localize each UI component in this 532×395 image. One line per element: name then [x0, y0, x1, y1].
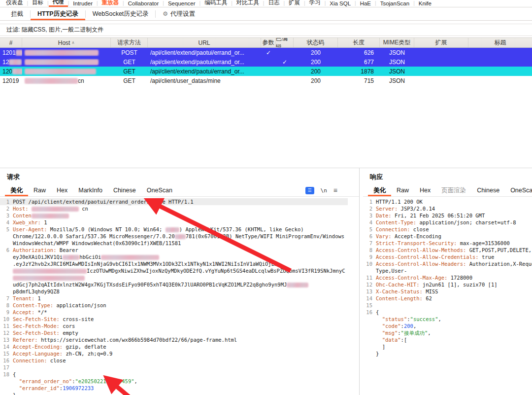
code-line: 11Sec-Fetch-Mode: cors — [0, 323, 348, 329]
menu-item-13[interactable]: HaE — [356, 0, 375, 7]
table-row[interactable]: 1201POST/api/client/extend/paotui/errand… — [0, 48, 532, 57]
code-line: 4Content-Type: application/json; charset… — [363, 219, 532, 226]
request-panel-title: 请求 — [0, 168, 359, 184]
cell-method: GET — [111, 68, 148, 75]
code-text: 1728000 — [451, 275, 472, 281]
code-text — [376, 330, 382, 336]
newline-toggle[interactable]: \n — [321, 187, 327, 194]
cell-number: 120 — [0, 68, 22, 75]
code-text: ] — [376, 344, 385, 350]
editor-tab-1[interactable]: Raw — [391, 184, 414, 196]
response-editor[interactable]: 1HTTP/1.1 200 OK2Server: JSP3/2.0.143Dat… — [363, 197, 532, 395]
menu-item-5[interactable]: Collaborator — [124, 0, 163, 7]
cell-method: GET — [111, 59, 148, 66]
tab-3[interactable]: ⚙代理设置 — [156, 7, 202, 20]
line-content: Tenant: 1 — [13, 295, 348, 302]
editor-tab-4[interactable]: Chinese — [471, 184, 505, 196]
cell-status: 200 — [294, 59, 338, 66]
line-content: Sec-Fetch-Mode: cors — [13, 323, 348, 329]
line-content: Content-Type: application/json; charset=… — [376, 219, 532, 226]
table-row[interactable]: 120GET/api/client/extend/paotui/errand_o… — [0, 67, 532, 76]
table-row[interactable]: 12GET/api/client/extend/paotui/errand_or… — [0, 57, 532, 67]
line-content: HTTP/1.1 200 OK — [376, 198, 532, 205]
code-line: 16{ — [363, 309, 532, 316]
format-icon[interactable]: ☰ — [305, 187, 314, 194]
menu-item-7[interactable]: 编码工具 — [200, 0, 231, 7]
editor-tab-2[interactable]: Hex — [414, 184, 436, 196]
column-header-title[interactable]: 标题 — [468, 38, 532, 47]
line-content: eyJ0eXAiOiJKV1QihbGciOi.eyJzY2hvb2xJRCI6… — [13, 253, 348, 295]
column-header-host[interactable]: Host∧ — [22, 38, 111, 47]
code-line: } — [363, 350, 532, 357]
code-text: Referer: — [13, 337, 41, 343]
filter-bar[interactable]: 过滤: 隐藏CSS, 图片,一般二进制文件 — [0, 24, 532, 36]
editor-tab-0[interactable]: 美化 — [368, 184, 391, 196]
menu-item-9[interactable]: 日志 — [264, 0, 283, 7]
line-number: 7 — [0, 295, 13, 302]
code-line: 5Connection: close — [363, 226, 532, 233]
editor-tab-3[interactable]: MarkInfo — [73, 184, 108, 196]
column-header-index[interactable]: # — [0, 38, 22, 47]
menu-icon[interactable]: ≡ — [333, 186, 337, 194]
menu-item-10[interactable]: 扩展 — [285, 0, 304, 7]
code-text: application/json — [57, 302, 106, 308]
code-text: Tenant: — [13, 295, 38, 301]
line-number: 10 — [363, 260, 376, 274]
line-number — [363, 336, 376, 343]
menu-item-8[interactable]: 对比工具 — [233, 0, 263, 7]
cell-url: /api/client/extend/paotui/errand_or... — [148, 68, 261, 75]
tab-2[interactable]: WebSocket历史记录 — [86, 7, 156, 20]
redacted-text — [16, 50, 22, 56]
table-row[interactable]: 12019cnGET/api/client/user_datas/mine200… — [0, 76, 532, 85]
line-number: 5 — [363, 226, 376, 233]
editor-tab-5[interactable]: OneScan — [505, 184, 532, 196]
code-text: "errander_id" — [19, 385, 60, 391]
line-content: Ohc-Cache-HIT: jn2un61 [1], suzix70 [1] — [376, 281, 532, 288]
line-number: 14 — [363, 295, 376, 302]
column-header-params[interactable]: 参数 — [261, 38, 276, 47]
editor-tab-1[interactable]: Raw — [28, 184, 51, 196]
line-content: "msg":"接单成功", — [376, 329, 532, 336]
menu-item-12[interactable]: Xia SQL — [326, 0, 355, 7]
menu-item-15[interactable]: Knife — [415, 0, 435, 7]
column-header-status[interactable]: 状态码 — [294, 38, 338, 47]
menu-item-0[interactable]: 仪表盘 — [2, 0, 27, 7]
redacted-text — [25, 50, 99, 56]
column-header-url[interactable]: URL — [148, 38, 261, 47]
column-header-method[interactable]: 请求方法 — [111, 38, 148, 47]
code-text: } — [13, 392, 16, 395]
menu-item-3[interactable]: Intruder — [69, 0, 97, 7]
editor-tab-2[interactable]: Hex — [51, 184, 73, 196]
cell-url: /api/client/extend/paotui/errand_or... — [148, 49, 261, 56]
response-panel-title: 响应 — [363, 168, 532, 184]
menu-item-6[interactable]: Sequencer — [164, 0, 200, 7]
cell-host — [22, 68, 111, 75]
code-line: 12Sec-Fetch-Dest: empty — [0, 329, 348, 336]
menu-item-1[interactable]: 目标 — [28, 0, 47, 7]
line-content — [13, 364, 348, 371]
line-content: Host: cn — [13, 205, 348, 212]
editor-tab-3[interactable]: 页面渲染 — [436, 184, 471, 196]
cell-mime: JSON — [380, 59, 414, 66]
column-header-edited[interactable]: 已编辑 — [276, 38, 294, 47]
menu-item-14[interactable]: TsojanScan — [376, 0, 413, 7]
column-header-mime[interactable]: MIME类型 — [380, 38, 414, 47]
menu-item-2[interactable]: 代理 — [49, 0, 68, 7]
line-content: } — [376, 350, 532, 357]
line-number: 9 — [363, 253, 376, 260]
menu-item-4[interactable]: 重放器 — [98, 0, 123, 7]
code-text: close — [413, 226, 429, 232]
line-number: 14 — [0, 343, 13, 350]
editor-tab-5[interactable]: OneScan — [141, 184, 178, 196]
code-line: 13X-Cache-Status: MISS — [363, 288, 532, 295]
editor-tab-0[interactable]: 美化 — [5, 184, 28, 196]
editor-tab-4[interactable]: Chinese — [108, 184, 141, 196]
column-header-extension[interactable]: 扩展 — [414, 38, 468, 47]
code-text: gzip, deflate — [66, 344, 106, 350]
request-editor[interactable]: 1POST /api/client/extend/paotui/errand_o… — [0, 197, 348, 395]
menu-item-11[interactable]: 学习 — [305, 0, 325, 7]
column-header-length[interactable]: 长度 — [338, 38, 380, 47]
tab-1[interactable]: HTTP历史记录 — [31, 7, 85, 20]
code-line: 2Server: JSP3/2.0.14 — [363, 205, 532, 212]
tab-0[interactable]: 拦截 — [4, 7, 30, 20]
